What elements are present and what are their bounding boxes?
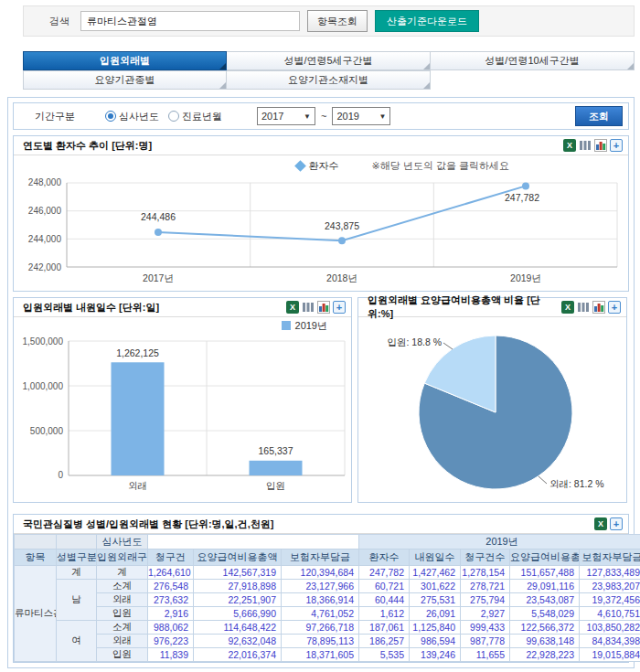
value-cell: 29,091,116	[510, 580, 580, 593]
expand-icon[interactable]: +	[608, 301, 621, 314]
col-inout: 입원외래구분	[97, 549, 148, 566]
value-cell: 247,782	[359, 566, 410, 580]
value-cell: 22,016,374	[194, 648, 282, 662]
col-patients: 환자수	[359, 549, 410, 566]
col-total-cost: 요양급여비용총액	[194, 549, 282, 566]
radio-review-year[interactable]: 심사년도	[105, 110, 159, 123]
tab-label: 입원외래별	[100, 54, 150, 68]
excel-export-icon[interactable]: X	[563, 139, 576, 152]
y-tick: 244,000	[28, 234, 62, 244]
x-tick: 외래	[128, 480, 147, 491]
year-from-value: 2017	[261, 111, 283, 122]
year-to-value: 2019	[336, 111, 358, 122]
status-table: 심사년도 2019년 항목 성별구분 입원외래구분 청구건 요양급여비용총액 보…	[14, 534, 640, 662]
value-cell: 4,761,052	[282, 607, 359, 621]
cost-ratio-section: 입원외래별 요양급여비용총액 비율 [단위:%] X + 입원: 18.8 % …	[357, 297, 627, 503]
section-title-bar: 입원외래별 요양급여비용총액 비율 [단위:%] X +	[358, 298, 626, 317]
search-input[interactable]	[80, 11, 300, 31]
pie-label-outpatient: 외래: 81.2 %	[549, 478, 604, 489]
chart-view-icon[interactable]	[592, 301, 605, 314]
tab-gender-age10[interactable]: 성별/연령10세구간별	[431, 51, 635, 70]
type-cell: 입원	[97, 648, 148, 662]
gender-cell: 계	[57, 566, 97, 580]
excel-export-icon[interactable]: X	[561, 301, 574, 314]
expand-icon[interactable]: +	[610, 139, 623, 152]
value-cell: 273,632	[148, 593, 194, 607]
type-cell: 계	[97, 566, 148, 580]
value-cell: 5,666,990	[194, 607, 282, 621]
year-to-select[interactable]: 2019 ▼	[332, 107, 390, 125]
value-cell: 1,278,154	[461, 566, 510, 580]
expand-icon[interactable]: +	[610, 517, 623, 530]
tab-institution-location[interactable]: 요양기관소재지별	[227, 70, 431, 90]
query-button[interactable]: 조회	[575, 106, 623, 126]
value-cell: 23,983,207	[580, 580, 640, 593]
value-cell: 4,610,751	[580, 607, 640, 621]
value-cell: 139,246	[410, 648, 461, 662]
excel-export-icon[interactable]: X	[594, 517, 607, 530]
pie-label-inpatient: 입원: 18.8 %	[387, 336, 442, 347]
chart-view-icon[interactable]	[594, 139, 607, 152]
y-tick: 248,000	[28, 177, 62, 187]
value-cell: 114,648,422	[194, 621, 282, 635]
legend-marker-icon	[282, 321, 291, 330]
radio-dot-icon	[105, 111, 116, 122]
gender-cell: 남	[57, 580, 97, 621]
data-grid-icon[interactable]	[579, 139, 592, 152]
bar-outpatient[interactable]	[112, 362, 165, 475]
value-cell: 97,266,718	[282, 621, 359, 635]
tab-inpatient-outpatient[interactable]: 입원외래별	[23, 51, 227, 70]
item-lookup-button[interactable]: 항목조회	[307, 10, 368, 32]
period-filter: 기간구분 심사년도 진료년월 2017 ▼ ~ 2019 ▼ 조회	[13, 102, 629, 130]
value-cell: 976,223	[148, 635, 194, 648]
value-cell: 186,257	[359, 635, 410, 648]
section-icons: X +	[594, 517, 623, 530]
data-grid-icon[interactable]	[302, 301, 315, 314]
table-header-cell	[148, 535, 359, 549]
value-cell: 26,091	[410, 607, 461, 621]
value-cell: 19,015,884	[580, 648, 640, 662]
tab-institution-type[interactable]: 요양기관종별	[23, 70, 227, 90]
value-cell: 999,433	[461, 621, 510, 635]
radio-label: 심사년도	[119, 110, 159, 123]
data-point-2019[interactable]	[522, 182, 529, 189]
status-table-section: 국민관심질병 성별/입원외래별 현황 [단위:명,일,건,천원] X + 심사년…	[13, 514, 629, 663]
type-cell: 외래	[97, 635, 148, 648]
section-title-bar: 국민관심질병 성별/입원외래별 현황 [단위:명,일,건,천원] X +	[14, 515, 628, 534]
value-cell: 278,721	[461, 580, 510, 593]
visit-days-chart[interactable]: 0 500,000 1,000,000 1,500,000 1,262,125 …	[14, 334, 351, 500]
expand-icon[interactable]: +	[333, 301, 346, 314]
tab-gender-age5[interactable]: 성별/연령5세구간별	[227, 51, 431, 70]
tab-row-1: 입원외래별 성별/연령5세구간별 성별/연령10세구간별	[23, 51, 635, 70]
search-label: 검색	[49, 15, 69, 28]
criteria-download-button[interactable]: 산출기준다운로드	[375, 10, 479, 32]
data-point-2018[interactable]	[338, 237, 346, 244]
value-cell: 120,394,684	[282, 566, 359, 580]
col-visit-days: 내원일수	[410, 549, 461, 566]
year-range-group: 2017 ▼ ~ 2019 ▼	[257, 107, 390, 125]
table-header-cell	[57, 535, 97, 549]
data-point-2017[interactable]	[155, 229, 162, 236]
range-tilde: ~	[321, 111, 326, 122]
radio-treatment-month[interactable]: 진료년월	[168, 110, 222, 123]
section-title-bar: 입원외래별 내원일수 [단위:일] X +	[14, 298, 351, 317]
value-cell: 988,062	[148, 621, 194, 635]
tab-label: 성별/연령10세구간별	[485, 54, 579, 68]
col-insurer-share-2019: 보험자부담금	[580, 549, 640, 566]
year-from-select[interactable]: 2017 ▼	[257, 107, 315, 125]
value-cell: 1,125,840	[410, 621, 461, 635]
tab-label: 요양기관소재지별	[288, 73, 368, 87]
chart-view-icon[interactable]	[317, 301, 330, 314]
cost-ratio-pie-chart[interactable]: 입원: 18.8 % 외래: 81.2 %	[358, 317, 626, 500]
bar-inpatient[interactable]	[250, 461, 303, 475]
value-cell: 276,548	[148, 580, 194, 593]
patients-trend-chart[interactable]: 242,000 244,000 246,000 248,000 244,486 …	[14, 176, 628, 289]
section-icons: X +	[561, 301, 621, 314]
tab-group: 입원외래별 성별/연령5세구간별 성별/연령10세구간별 요양기관종별 요양기관…	[23, 51, 635, 90]
excel-export-icon[interactable]: X	[286, 301, 299, 314]
section-title: 입원외래별 내원일수 [단위:일]	[23, 301, 159, 315]
y-tick: 0	[58, 470, 63, 480]
section-title: 국민관심질병 성별/입원외래별 현황 [단위:명,일,건,천원]	[23, 517, 273, 531]
data-grid-icon[interactable]	[577, 301, 590, 314]
section-title: 연도별 환자수 추이 [단위:명]	[23, 139, 152, 153]
